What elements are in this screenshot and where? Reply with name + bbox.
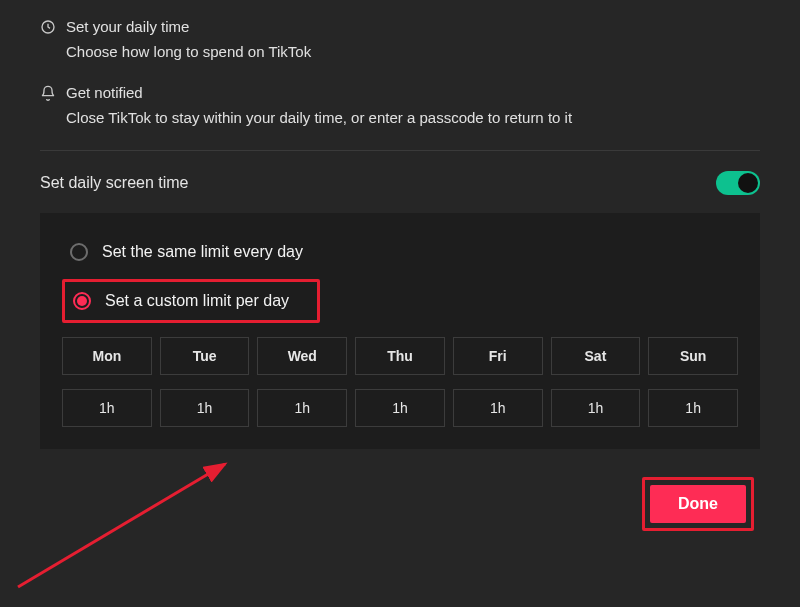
value-wed[interactable]: 1h [257,389,347,427]
radio-selected-icon [73,292,91,310]
done-button[interactable]: Done [650,485,746,523]
radio-outline-icon [70,243,88,261]
info-notified: Get notified Close TikTok to stay within… [40,84,760,126]
clock-icon [40,19,56,35]
value-fri[interactable]: 1h [453,389,543,427]
radio-custom-limit[interactable]: Set a custom limit per day [65,282,297,320]
radio-same-limit[interactable]: Set the same limit every day [62,233,738,271]
radio-label: Set the same limit every day [102,243,303,261]
day-sat[interactable]: Sat [551,337,641,375]
info-title: Set your daily time [66,18,189,35]
value-tue[interactable]: 1h [160,389,250,427]
info-desc: Close TikTok to stay within your daily t… [66,109,760,126]
day-tue[interactable]: Tue [160,337,250,375]
footer: Done [40,449,760,531]
limit-panel: Set the same limit every day Set a custo… [40,213,760,449]
divider [40,150,760,151]
day-fri[interactable]: Fri [453,337,543,375]
info-title: Get notified [66,84,143,101]
days-row: Mon Tue Wed Thu Fri Sat Sun [62,337,738,375]
screen-time-toggle[interactable] [716,171,760,195]
info-desc: Choose how long to spend on TikTok [66,43,760,60]
day-thu[interactable]: Thu [355,337,445,375]
toggle-label: Set daily screen time [40,174,189,192]
highlight-custom-option: Set a custom limit per day [62,279,320,323]
value-sun[interactable]: 1h [648,389,738,427]
value-thu[interactable]: 1h [355,389,445,427]
day-mon[interactable]: Mon [62,337,152,375]
bell-icon [40,85,56,101]
values-row: 1h 1h 1h 1h 1h 1h 1h [62,389,738,427]
radio-label: Set a custom limit per day [105,292,289,310]
info-set-time: Set your daily time Choose how long to s… [40,18,760,60]
day-wed[interactable]: Wed [257,337,347,375]
settings-panel: Set your daily time Choose how long to s… [0,0,800,607]
radio-dot-icon [77,296,87,306]
day-sun[interactable]: Sun [648,337,738,375]
toggle-knob [738,173,758,193]
value-sat[interactable]: 1h [551,389,641,427]
value-mon[interactable]: 1h [62,389,152,427]
screen-time-toggle-row: Set daily screen time [40,171,760,195]
highlight-done: Done [642,477,754,531]
